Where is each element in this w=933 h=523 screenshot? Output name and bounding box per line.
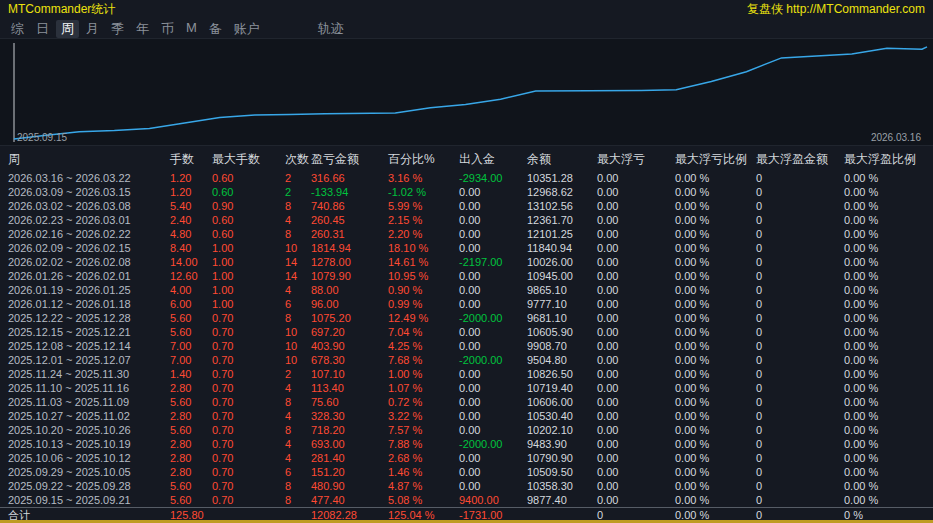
- table-cell: 0.00 %: [842, 227, 933, 241]
- table-cell: 9681.10: [525, 311, 595, 325]
- table-row[interactable]: 2025.12.22 ~ 2025.12.285.600.7081075.201…: [0, 311, 933, 325]
- chart-end-date: 2026.03.16: [871, 132, 921, 143]
- table-row[interactable]: 2025.11.24 ~ 2025.11.301.400.702107.101.…: [0, 367, 933, 381]
- table-cell: 0: [754, 269, 842, 283]
- column-header-3[interactable]: 次数: [283, 151, 309, 171]
- table-cell: 10202.10: [525, 423, 595, 437]
- table-cell: 2.68 %: [386, 451, 457, 465]
- menu-tab-年[interactable]: 年: [131, 20, 154, 38]
- table-row[interactable]: 2025.10.27 ~ 2025.11.022.800.704328.303.…: [0, 409, 933, 423]
- column-header-9[interactable]: 最大浮亏比例: [673, 151, 754, 171]
- table-cell: 0.60: [210, 227, 283, 241]
- column-header-10[interactable]: 最大浮盈金额: [754, 151, 842, 171]
- table-cell: 8: [283, 227, 309, 241]
- table-cell: 10: [283, 241, 309, 255]
- column-header-8[interactable]: 最大浮亏: [595, 151, 673, 171]
- table-row[interactable]: 2025.10.20 ~ 2025.10.265.600.708718.207.…: [0, 423, 933, 437]
- table-cell: 2025.09.15 ~ 2025.09.21: [0, 493, 168, 508]
- table-cell: 3.16 %: [386, 171, 457, 185]
- table-cell: 2026.02.16 ~ 2026.02.22: [0, 227, 168, 241]
- table-cell: 0.00 %: [673, 395, 754, 409]
- table-cell: 0.60: [210, 185, 283, 199]
- titlebar-site-link[interactable]: 复盘侠 http://MTCommander.com: [747, 1, 925, 18]
- column-header-6[interactable]: 出入金: [457, 151, 525, 171]
- table-row[interactable]: 2026.03.09 ~ 2026.03.151.200.602-133.94-…: [0, 185, 933, 199]
- table-cell: 8: [283, 423, 309, 437]
- table-row[interactable]: 2025.09.29 ~ 2025.10.052.800.706151.201.…: [0, 465, 933, 479]
- column-header-2[interactable]: 最大手数: [210, 151, 283, 171]
- table-row[interactable]: 2026.02.09 ~ 2026.02.158.401.00101814.94…: [0, 241, 933, 255]
- table-row[interactable]: 2025.12.15 ~ 2025.12.215.600.7010697.207…: [0, 325, 933, 339]
- menu-tab-周[interactable]: 周: [56, 20, 79, 38]
- table-cell: 10509.50: [525, 465, 595, 479]
- column-header-7[interactable]: 余额: [525, 151, 595, 171]
- table-cell: 0.00 %: [842, 255, 933, 269]
- table-row[interactable]: 2025.12.01 ~ 2025.12.077.000.7010678.307…: [0, 353, 933, 367]
- table-cell: 0.00 %: [842, 269, 933, 283]
- table-row[interactable]: 2026.02.23 ~ 2026.03.012.400.604260.452.…: [0, 213, 933, 227]
- table-cell: 0.00: [595, 409, 673, 423]
- menu-tab-备[interactable]: 备: [204, 20, 227, 38]
- table-cell: 0.00: [457, 339, 525, 353]
- table-cell: 0.00 %: [673, 339, 754, 353]
- table-row[interactable]: 2026.01.19 ~ 2026.01.254.001.00488.000.9…: [0, 283, 933, 297]
- table-cell: 0.00: [595, 339, 673, 353]
- equity-curve-line: [14, 47, 927, 139]
- table-row[interactable]: 2026.02.16 ~ 2026.02.224.800.608260.312.…: [0, 227, 933, 241]
- menu-tab-季[interactable]: 季: [106, 20, 129, 38]
- table-cell: 0.70: [210, 493, 283, 508]
- table-cell: 4.00: [168, 283, 210, 297]
- table-row[interactable]: 2026.03.02 ~ 2026.03.085.400.908740.865.…: [0, 199, 933, 213]
- table-cell: 1814.94: [309, 241, 386, 255]
- table-cell: 0.00: [595, 311, 673, 325]
- table-cell: 0.00 %: [842, 353, 933, 367]
- table-row[interactable]: 2026.02.02 ~ 2026.02.0814.001.00141278.0…: [0, 255, 933, 269]
- menu-tab-月[interactable]: 月: [81, 20, 104, 38]
- table-row[interactable]: 2026.01.26 ~ 2026.02.0112.601.00141079.9…: [0, 269, 933, 283]
- table-cell: 8: [283, 199, 309, 213]
- table-row[interactable]: 2025.09.22 ~ 2025.09.285.600.708480.904.…: [0, 479, 933, 493]
- table-row[interactable]: 2025.11.10 ~ 2025.11.162.800.704113.401.…: [0, 381, 933, 395]
- table-cell: 6: [283, 297, 309, 311]
- column-header-1[interactable]: 手数: [168, 151, 210, 171]
- table-cell: 2026.02.23 ~ 2026.03.01: [0, 213, 168, 227]
- table-row[interactable]: 2026.01.12 ~ 2026.01.186.001.00696.000.9…: [0, 297, 933, 311]
- table-cell: 7.88 %: [386, 437, 457, 451]
- table-cell: 10351.28: [525, 171, 595, 185]
- table-cell: 0.00 %: [842, 465, 933, 479]
- table-cell: 0.00: [595, 423, 673, 437]
- menu-tab-日[interactable]: 日: [31, 20, 54, 38]
- table-cell: 0.00 %: [842, 437, 933, 451]
- menu-tab-账户[interactable]: 账户: [229, 20, 265, 38]
- column-header-11[interactable]: 最大浮盈比例: [842, 151, 933, 171]
- table-cell: 8: [283, 479, 309, 493]
- table-cell: 0.00 %: [673, 297, 754, 311]
- table-row[interactable]: 2025.09.15 ~ 2025.09.215.600.708477.405.…: [0, 493, 933, 508]
- table-cell: 0.00 %: [673, 185, 754, 199]
- table-cell: 0: [754, 479, 842, 493]
- table-row[interactable]: 2025.12.08 ~ 2025.12.147.000.7010403.904…: [0, 339, 933, 353]
- menu-tab-币[interactable]: 币: [156, 20, 179, 38]
- table-row[interactable]: 2025.11.03 ~ 2025.11.095.600.70875.600.7…: [0, 395, 933, 409]
- column-header-0[interactable]: 周: [0, 151, 168, 171]
- column-header-5[interactable]: 百分比%: [386, 151, 457, 171]
- table-cell: 477.40: [309, 493, 386, 508]
- table-cell: 0.00 %: [673, 367, 754, 381]
- table-cell: 2025.12.08 ~ 2025.12.14: [0, 339, 168, 353]
- column-header-4[interactable]: 盈亏金额: [309, 151, 386, 171]
- table-cell: 1.00 %: [386, 367, 457, 381]
- table-cell: 1278.00: [309, 255, 386, 269]
- menu-tab-综[interactable]: 综: [6, 20, 29, 38]
- table-row[interactable]: 2026.03.16 ~ 2026.03.221.200.602316.663.…: [0, 171, 933, 185]
- table-cell: 0.00: [457, 451, 525, 465]
- table-cell: 5.40: [168, 199, 210, 213]
- table-row[interactable]: 2025.10.06 ~ 2025.10.122.800.704281.402.…: [0, 451, 933, 465]
- table-cell: 2025.10.06 ~ 2025.10.12: [0, 451, 168, 465]
- table-cell: 10530.40: [525, 409, 595, 423]
- table-cell: 0.00: [595, 493, 673, 508]
- table-row[interactable]: 2025.10.13 ~ 2025.10.192.800.704693.007.…: [0, 437, 933, 451]
- table-cell: 0.70: [210, 353, 283, 367]
- menu-tab-trajectory[interactable]: 轨迹: [313, 20, 349, 38]
- table-cell: 12968.62: [525, 185, 595, 199]
- menu-tab-M[interactable]: M: [181, 20, 202, 38]
